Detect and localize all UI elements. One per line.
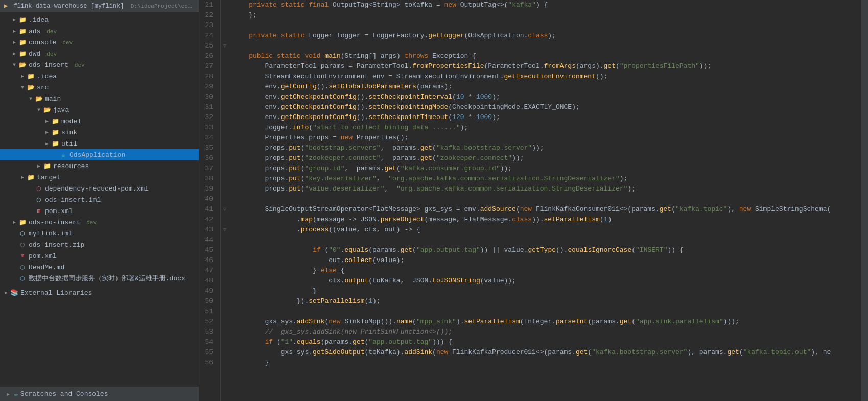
gutter-49 xyxy=(221,286,229,296)
tree-item-ads[interactable]: ▶ 📁 ads dev xyxy=(0,26,199,37)
label-pom2: pom.xml xyxy=(29,252,57,260)
label-model: model xyxy=(61,117,81,125)
class-icon-OdsApplication: ☕ xyxy=(59,151,67,159)
line-num-48: 48 xyxy=(199,276,216,286)
code-line-43: .process((value, ctx, out) -> { xyxy=(233,225,861,235)
arrow-idea2: ▶ xyxy=(18,73,27,79)
code-line-36: props.put("zookeeper.connect", params.ge… xyxy=(233,153,861,163)
tree-item-ods-zip[interactable]: ⬡ ods-insert.zip xyxy=(0,239,199,250)
gutter: ▽ ▽ ▽ xyxy=(221,0,229,401)
line-num-25: 25 xyxy=(199,41,216,51)
arrow-util: ▶ xyxy=(43,140,51,147)
gutter-25[interactable]: ▽ xyxy=(221,41,229,51)
label-pom1: pom.xml xyxy=(45,207,73,215)
line-num-42: 42 xyxy=(199,215,216,225)
code-area[interactable]: private static final OutputTag<String> t… xyxy=(229,0,861,401)
tree-item-model[interactable]: ▶ 📁 model xyxy=(0,115,199,127)
code-line-22: }; xyxy=(233,10,861,20)
line-num-31: 31 xyxy=(199,102,216,112)
tree-item-OdsApplication[interactable]: ☕ OdsApplication xyxy=(0,149,199,160)
tree-item-sink[interactable]: ▶ 📁 sink xyxy=(0,127,199,138)
code-line-51 xyxy=(233,306,861,317)
folder-icon-dwd: 📁 xyxy=(18,50,27,58)
code-line-48: ctx.output(toKafka, JSON.toJSONString(va… xyxy=(233,276,861,286)
project-title: flink-data-warehouse [myflink] xyxy=(13,3,124,10)
gutter-23 xyxy=(221,20,229,31)
code-line-54: if ("1".equals(params.get("app.output.ta… xyxy=(233,337,861,347)
tree-item-pom1[interactable]: m pom.xml xyxy=(0,205,199,217)
scratches-icon: ✏️ xyxy=(14,390,18,398)
folder-icon-main: 📂 xyxy=(35,95,43,103)
tree-item-target[interactable]: ▶ 📁 target xyxy=(0,172,199,183)
line-num-49: 49 xyxy=(199,286,216,296)
project-icon: ▶ xyxy=(4,3,8,10)
code-line-46: out.collect(value); xyxy=(233,255,861,266)
line-num-34: 34 xyxy=(199,133,216,143)
line-num-53: 53 xyxy=(199,327,216,337)
line-num-46: 46 xyxy=(199,255,216,266)
arrow-ods-no-insert: ▶ xyxy=(10,219,18,225)
code-line-39: props.put("value.deserializer", "org.apa… xyxy=(233,184,861,194)
gutter-37 xyxy=(221,163,229,174)
code-line-26: public static void main(String[] args) t… xyxy=(233,51,861,61)
scroll-track[interactable] xyxy=(861,0,868,401)
tree-item-main[interactable]: ▼ 📂 main xyxy=(0,93,199,104)
code-line-27: ParameterTool params = ParameterTool.fro… xyxy=(233,61,861,72)
tree-item-ods-no-insert[interactable]: ▶ 📁 ods-no-insert dev xyxy=(0,217,199,228)
docx-icon: ⬡ xyxy=(18,274,27,282)
tree-item-pom2[interactable]: m pom.xml xyxy=(0,250,199,262)
code-line-56: } xyxy=(233,358,861,368)
label-dep-pom: dependency-reduced-pom.xml xyxy=(45,185,149,193)
line-num-56: 56 xyxy=(199,358,216,368)
tree-item-docx[interactable]: ⬡ 数据中台数据同步服务（实时）部署&运维手册.docx xyxy=(0,273,199,284)
scratches-consoles-bar[interactable]: ▶ ✏️ Scratches and Consoles xyxy=(0,387,199,401)
code-line-31: env.getCheckpointConfig().setCheckpointi… xyxy=(233,102,861,112)
code-line-38: props.put("key.deserializer", "org.apach… xyxy=(233,174,861,184)
tree-item-ods-insert-iml[interactable]: ⬡ ods-insert.iml xyxy=(0,194,199,205)
arrow-main: ▼ xyxy=(27,96,35,102)
line-num-54: 54 xyxy=(199,337,216,347)
code-line-35: props.put("bootstrap.servers", params.ge… xyxy=(233,143,861,153)
xml-icon-dep-pom: ⬡ xyxy=(35,184,43,193)
tree-item-java[interactable]: ▼ 📂 java xyxy=(0,104,199,115)
line-numbers: 21 22 23 24 25 26 27 28 29 30 31 32 33 3… xyxy=(199,0,221,401)
gutter-40 xyxy=(221,194,229,204)
tree-item-src[interactable]: ▼ 📂 src xyxy=(0,82,199,93)
arrow-resources: ▶ xyxy=(35,163,43,169)
code-line-37: props.put("group.id", params.get("kafka.… xyxy=(233,163,861,174)
line-num-52: 52 xyxy=(199,317,216,327)
gutter-27 xyxy=(221,61,229,72)
line-num-44: 44 xyxy=(199,235,216,245)
tree-item-external-libraries[interactable]: ▶ 📚 External Libraries xyxy=(0,287,199,298)
tree-item-readme[interactable]: ⬡ ReadMe.md xyxy=(0,262,199,273)
gutter-42 xyxy=(221,215,229,225)
folder-icon-java: 📂 xyxy=(43,106,51,114)
tree-item-resources[interactable]: ▶ 📁 resources xyxy=(0,160,199,172)
tree-item-idea[interactable]: ▶ 📁 .idea xyxy=(0,14,199,26)
line-num-37: 37 xyxy=(199,163,216,174)
gutter-41[interactable]: ▽ xyxy=(221,204,229,215)
tree-item-myflink-iml[interactable]: ⬡ myflink.iml xyxy=(0,228,199,239)
label-ext-lib: External Libraries xyxy=(20,289,92,297)
gutter-47 xyxy=(221,266,229,276)
md-icon: ⬡ xyxy=(18,263,27,271)
tree-item-console[interactable]: ▶ 📁 console dev xyxy=(0,37,199,48)
label-dwd: dwd dev xyxy=(29,50,57,58)
tree-item-util[interactable]: ▶ 📁 util xyxy=(0,138,199,149)
gutter-44 xyxy=(221,235,229,245)
line-num-50: 50 xyxy=(199,296,216,306)
line-num-33: 33 xyxy=(199,123,216,133)
tree-item-ods-insert[interactable]: ▼ 📂 ods-insert dev xyxy=(0,59,199,70)
line-num-39: 39 xyxy=(199,184,216,194)
gutter-36 xyxy=(221,153,229,163)
tree-item-dep-pom[interactable]: ⬡ dependency-reduced-pom.xml xyxy=(0,183,199,194)
tree-item-dwd[interactable]: ▶ 📁 dwd dev xyxy=(0,48,199,59)
project-header[interactable]: ▶ flink-data-warehouse [myflink] D:\idea… xyxy=(0,0,199,12)
gutter-39 xyxy=(221,184,229,194)
gutter-43[interactable]: ▽ xyxy=(221,225,229,235)
tree-item-idea2[interactable]: ▶ 📁 .idea xyxy=(0,70,199,82)
gutter-51 xyxy=(221,306,229,317)
code-line-42: .map(message -> JSON.parseObject(message… xyxy=(233,215,861,225)
arrow-idea: ▶ xyxy=(10,17,18,23)
label-resources: resources xyxy=(53,162,89,170)
